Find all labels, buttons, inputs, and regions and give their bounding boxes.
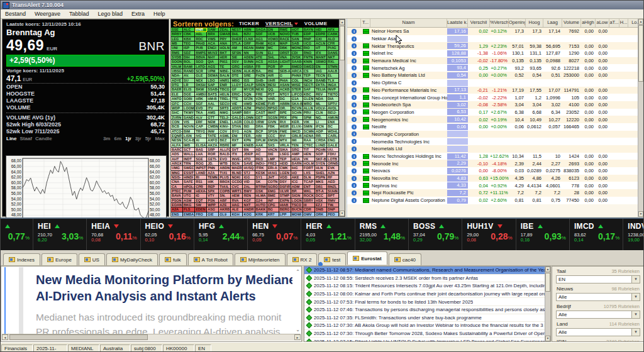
ticker-cell-bcp[interactable]: BCP xyxy=(255,129,267,134)
ticker-cell-sfsn[interactable]: SFSN xyxy=(231,51,243,55)
ticker-cell-peo[interactable]: PEO xyxy=(327,212,339,216)
ticker-cell-nex[interactable]: NEX xyxy=(195,79,207,83)
ticker-cell-rr[interactable]: RR. xyxy=(315,134,327,138)
ticker-cell-psn[interactable]: PSN xyxy=(207,199,219,203)
ticker-cell-hot[interactable]: HOT xyxy=(291,28,303,32)
ticker-band-cell-hfg[interactable]: HFG5,950,142,44% xyxy=(194,219,248,250)
ticker-cell-asan[interactable]: ASAN xyxy=(279,83,291,87)
chevron-down-icon[interactable]: ▼ xyxy=(631,294,640,300)
ticker-cell-gblb[interactable]: GBLB xyxy=(291,134,303,138)
ticker-cell-aca[interactable]: ACA xyxy=(207,41,219,46)
ticker-cell-stmp[interactable]: STMP xyxy=(279,194,291,198)
ticker-cell-vie[interactable]: VIE xyxy=(231,102,243,106)
ticker-cell-abbn[interactable]: ABBN xyxy=(279,102,291,106)
ticker-cell-elis[interactable]: ELIS xyxy=(183,87,195,92)
chart-legend-icon[interactable] xyxy=(363,58,369,63)
chart-type-line[interactable]: Line xyxy=(6,136,16,141)
ticker-cell-uhr[interactable]: UHR xyxy=(267,79,279,83)
ticker-cell-lgen[interactable]: LGEN xyxy=(279,171,291,175)
ticker-cell-prx[interactable]: PRX xyxy=(279,116,291,120)
ticker-cell-baer[interactable]: BAER xyxy=(171,87,183,92)
ticker-cell-inve[interactable]: INVE- xyxy=(231,157,243,162)
ticker-cell-adm[interactable]: ADM xyxy=(291,185,303,189)
tab-indexes[interactable]: Indexes xyxy=(3,253,40,265)
ticker-cell-mbg[interactable]: MBG xyxy=(231,79,243,83)
ticker-cell-ror[interactable]: ROR xyxy=(207,152,219,157)
ticker-cell-stla[interactable]: STLA xyxy=(231,41,243,46)
ticker-cell-sun[interactable]: SUN xyxy=(255,51,267,55)
ticker-cell-mb[interactable]: MB xyxy=(171,41,183,46)
tab-fuik[interactable]: fuik xyxy=(159,253,186,265)
ticker-cell-cdr[interactable]: CDR xyxy=(303,207,315,212)
ticker-cell-ivg[interactable]: IVG xyxy=(195,134,207,138)
ticker-cell-dnb[interactable]: DNB xyxy=(315,207,327,212)
ticker-cell-thul[interactable]: THUL xyxy=(219,185,231,189)
ticker-cell-tcap[interactable]: TCAP xyxy=(303,180,315,184)
ticker-cell-sge[interactable]: SGE xyxy=(195,157,207,162)
ticker-cell-lseg[interactable]: LSEG xyxy=(279,152,291,157)
ticker-cell-bkt[interactable]: BKT xyxy=(219,51,231,55)
ticker-cell-fls[interactable]: FLS xyxy=(183,207,195,212)
chart-legend-icon[interactable] xyxy=(363,117,369,122)
ticker-cell-bwy[interactable]: BWY xyxy=(243,189,255,194)
ticker-cell-gle[interactable]: GLE xyxy=(195,74,207,78)
tab-eurostat[interactable]: Eurostat xyxy=(347,251,387,265)
ticker-cell-kog[interactable]: KOG xyxy=(243,212,255,216)
ticker-band-cell-hei[interactable]: HEI210,706,203,03% xyxy=(33,219,87,250)
ticker-cell-wall[interactable]: WALL- xyxy=(183,152,195,157)
ticker-cell-aed[interactable]: AED xyxy=(327,180,339,184)
ticker-cell-eri-a[interactable]: ERI-A xyxy=(267,166,279,170)
ticker-band-cell-heia[interactable]: HEIA70,680,080,11% xyxy=(87,219,140,250)
ticker-cell-abn[interactable]: ABN xyxy=(243,28,255,32)
table-row[interactable]: iNeonode Inc2,29-0,10-4.18%2,392,442,272… xyxy=(347,160,644,167)
ticker-cell-bpe[interactable]: BPE xyxy=(279,111,291,115)
ticker-cell-el[interactable]: EL xyxy=(327,74,339,78)
chart-range-3jr[interactable]: 3jr xyxy=(135,136,142,141)
news-item[interactable]: 2025-11-12 08:00: Kalmar and Forth Ports… xyxy=(304,290,545,299)
ticker-cell-smin[interactable]: SMIN xyxy=(303,124,315,129)
ticker-cell-evk[interactable]: EVK xyxy=(327,166,339,170)
ticker-cell-cotn[interactable]: COTN xyxy=(267,180,279,184)
ticker-cell-kbc[interactable]: KBC xyxy=(303,92,315,97)
ticker-cell-ad[interactable]: AD xyxy=(255,148,267,152)
ticker-cell-gl9[interactable]: GL9 xyxy=(219,212,231,216)
ticker-cell-copb[interactable]: COPB xyxy=(219,189,231,194)
ticker-cell-brx[interactable]: BRX xyxy=(207,32,219,36)
chevron-down-icon[interactable]: ▼ xyxy=(631,276,640,283)
ticker-cell-dnp[interactable]: DNP xyxy=(327,207,339,212)
table-row[interactable]: iNelnet Inc128,88-1,38-1.06%130,1131,112… xyxy=(347,50,644,57)
ticker-cell-brby[interactable]: BRBY xyxy=(171,32,183,36)
ticker-cell-leg[interactable]: LEG xyxy=(171,37,183,41)
ticker-cell-tryg[interactable]: TRYG xyxy=(195,129,207,134)
ticker-cell-land[interactable]: LAND xyxy=(195,171,207,175)
ticker-cell-mng[interactable]: MNG xyxy=(171,171,183,175)
ticker-cell-eng[interactable]: ENG xyxy=(327,138,339,143)
ticker-cell-rxl[interactable]: RXL xyxy=(327,60,339,64)
tab-rx-2[interactable]: RX 2 xyxy=(287,253,318,265)
ticker-cell-hln[interactable]: HLN xyxy=(315,166,327,170)
ticker-cell-inpst[interactable]: INPST xyxy=(195,166,207,170)
ticker-cell-spsn[interactable]: SPSN xyxy=(267,129,279,134)
table-row[interactable]: iNeo Battery Materials Ltd0,540,00+0.00%… xyxy=(347,72,644,79)
ticker-cell-aal[interactable]: AAL xyxy=(207,102,219,106)
ticker-cell-mks[interactable]: MKS xyxy=(315,180,327,184)
ticker-cell-wkl[interactable]: WKL xyxy=(303,189,315,194)
ticker-cell-sk[interactable]: SK xyxy=(255,180,267,184)
ticker-cell-kneb[interactable]: KNEB xyxy=(243,143,255,148)
ticker-cell-san[interactable]: SAN xyxy=(291,37,303,41)
ticker-cell-nwg[interactable]: NWG xyxy=(219,111,231,115)
ticker-cell-saf[interactable]: SAF xyxy=(303,87,315,92)
ticker-cell-red[interactable]: RED xyxy=(255,157,267,162)
ticker-cell-ag1[interactable]: AG1 xyxy=(255,37,267,41)
ticker-cell-aza[interactable]: AZA xyxy=(207,171,219,175)
ticker-cell-ht[interactable]: HT xyxy=(315,46,327,50)
column-header-verschil[interactable]: Verschil xyxy=(468,19,490,27)
ticker-cell-sy1[interactable]: SY1 xyxy=(255,175,267,180)
ticker-cell-sunn[interactable]: SUNN xyxy=(243,60,255,64)
table-row[interactable]: iNekkar Asa xyxy=(347,35,644,43)
ticker-cell-nesn[interactable]: NESN xyxy=(171,138,183,143)
ticker-cell-rxt[interactable]: RXT xyxy=(231,138,243,143)
info-icon[interactable]: i xyxy=(352,65,357,70)
ticker-cell-nda[interactable]: NDA- xyxy=(171,74,183,78)
ticker-cell-asm[interactable]: ASM xyxy=(183,199,195,203)
